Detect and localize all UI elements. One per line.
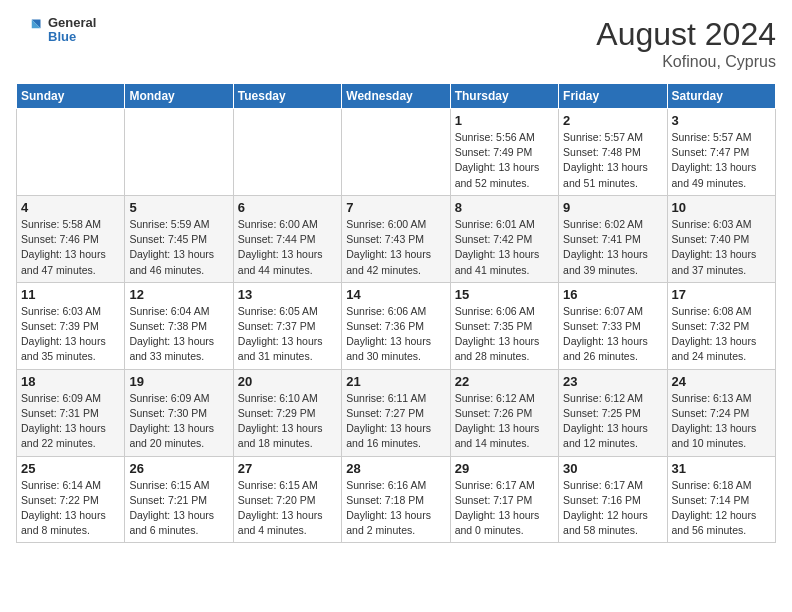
calendar-cell [17,109,125,196]
calendar-cell: 20Sunrise: 6:10 AMSunset: 7:29 PMDayligh… [233,369,341,456]
calendar-cell: 5Sunrise: 5:59 AMSunset: 7:45 PMDaylight… [125,195,233,282]
day-number: 16 [563,287,662,302]
day-info: Sunrise: 6:00 AMSunset: 7:43 PMDaylight:… [346,217,445,278]
calendar-cell: 6Sunrise: 6:00 AMSunset: 7:44 PMDaylight… [233,195,341,282]
calendar-cell: 12Sunrise: 6:04 AMSunset: 7:38 PMDayligh… [125,282,233,369]
day-number: 19 [129,374,228,389]
calendar-table: SundayMondayTuesdayWednesdayThursdayFrid… [16,83,776,543]
day-number: 20 [238,374,337,389]
day-info: Sunrise: 6:09 AMSunset: 7:30 PMDaylight:… [129,391,228,452]
day-number: 1 [455,113,554,128]
calendar-cell: 24Sunrise: 6:13 AMSunset: 7:24 PMDayligh… [667,369,775,456]
day-number: 25 [21,461,120,476]
calendar-cell: 4Sunrise: 5:58 AMSunset: 7:46 PMDaylight… [17,195,125,282]
day-number: 4 [21,200,120,215]
day-info: Sunrise: 6:11 AMSunset: 7:27 PMDaylight:… [346,391,445,452]
day-number: 7 [346,200,445,215]
day-info: Sunrise: 6:14 AMSunset: 7:22 PMDaylight:… [21,478,120,539]
day-number: 17 [672,287,771,302]
day-info: Sunrise: 6:02 AMSunset: 7:41 PMDaylight:… [563,217,662,278]
day-info: Sunrise: 5:58 AMSunset: 7:46 PMDaylight:… [21,217,120,278]
day-number: 18 [21,374,120,389]
title-block: August 2024 Kofinou, Cyprus [596,16,776,71]
day-info: Sunrise: 6:09 AMSunset: 7:31 PMDaylight:… [21,391,120,452]
calendar-week-3: 11Sunrise: 6:03 AMSunset: 7:39 PMDayligh… [17,282,776,369]
calendar-cell: 30Sunrise: 6:17 AMSunset: 7:16 PMDayligh… [559,456,667,543]
day-info: Sunrise: 6:00 AMSunset: 7:44 PMDaylight:… [238,217,337,278]
day-number: 8 [455,200,554,215]
logo-text: General Blue [48,16,96,45]
day-number: 23 [563,374,662,389]
day-number: 3 [672,113,771,128]
logo-general: General [48,16,96,30]
calendar-cell [342,109,450,196]
calendar-cell: 1Sunrise: 5:56 AMSunset: 7:49 PMDaylight… [450,109,558,196]
calendar-cell: 17Sunrise: 6:08 AMSunset: 7:32 PMDayligh… [667,282,775,369]
calendar-cell: 7Sunrise: 6:00 AMSunset: 7:43 PMDaylight… [342,195,450,282]
day-info: Sunrise: 6:17 AMSunset: 7:16 PMDaylight:… [563,478,662,539]
day-number: 12 [129,287,228,302]
day-info: Sunrise: 6:12 AMSunset: 7:25 PMDaylight:… [563,391,662,452]
day-info: Sunrise: 6:04 AMSunset: 7:38 PMDaylight:… [129,304,228,365]
main-title: August 2024 [596,16,776,53]
calendar-cell: 27Sunrise: 6:15 AMSunset: 7:20 PMDayligh… [233,456,341,543]
header-day-monday: Monday [125,84,233,109]
logo-icon [16,16,44,44]
header-day-friday: Friday [559,84,667,109]
calendar-cell [125,109,233,196]
day-info: Sunrise: 6:05 AMSunset: 7:37 PMDaylight:… [238,304,337,365]
day-info: Sunrise: 5:57 AMSunset: 7:48 PMDaylight:… [563,130,662,191]
day-info: Sunrise: 6:16 AMSunset: 7:18 PMDaylight:… [346,478,445,539]
calendar-header-row: SundayMondayTuesdayWednesdayThursdayFrid… [17,84,776,109]
logo-blue: Blue [48,30,96,44]
day-number: 28 [346,461,445,476]
day-number: 30 [563,461,662,476]
day-info: Sunrise: 5:57 AMSunset: 7:47 PMDaylight:… [672,130,771,191]
calendar-cell: 28Sunrise: 6:16 AMSunset: 7:18 PMDayligh… [342,456,450,543]
page-header: General Blue August 2024 Kofinou, Cyprus [16,16,776,71]
day-number: 15 [455,287,554,302]
day-number: 6 [238,200,337,215]
day-info: Sunrise: 6:13 AMSunset: 7:24 PMDaylight:… [672,391,771,452]
calendar-cell: 10Sunrise: 6:03 AMSunset: 7:40 PMDayligh… [667,195,775,282]
calendar-cell: 31Sunrise: 6:18 AMSunset: 7:14 PMDayligh… [667,456,775,543]
day-info: Sunrise: 6:06 AMSunset: 7:36 PMDaylight:… [346,304,445,365]
day-info: Sunrise: 5:59 AMSunset: 7:45 PMDaylight:… [129,217,228,278]
header-day-wednesday: Wednesday [342,84,450,109]
header-day-tuesday: Tuesday [233,84,341,109]
calendar-cell: 25Sunrise: 6:14 AMSunset: 7:22 PMDayligh… [17,456,125,543]
header-day-thursday: Thursday [450,84,558,109]
day-info: Sunrise: 6:15 AMSunset: 7:21 PMDaylight:… [129,478,228,539]
day-number: 10 [672,200,771,215]
calendar-cell: 29Sunrise: 6:17 AMSunset: 7:17 PMDayligh… [450,456,558,543]
day-number: 29 [455,461,554,476]
calendar-cell: 26Sunrise: 6:15 AMSunset: 7:21 PMDayligh… [125,456,233,543]
day-number: 31 [672,461,771,476]
header-day-saturday: Saturday [667,84,775,109]
subtitle: Kofinou, Cyprus [596,53,776,71]
calendar-cell: 18Sunrise: 6:09 AMSunset: 7:31 PMDayligh… [17,369,125,456]
calendar-cell: 19Sunrise: 6:09 AMSunset: 7:30 PMDayligh… [125,369,233,456]
calendar-cell: 3Sunrise: 5:57 AMSunset: 7:47 PMDaylight… [667,109,775,196]
calendar-cell: 23Sunrise: 6:12 AMSunset: 7:25 PMDayligh… [559,369,667,456]
day-info: Sunrise: 6:17 AMSunset: 7:17 PMDaylight:… [455,478,554,539]
calendar-cell: 21Sunrise: 6:11 AMSunset: 7:27 PMDayligh… [342,369,450,456]
day-info: Sunrise: 6:12 AMSunset: 7:26 PMDaylight:… [455,391,554,452]
day-number: 5 [129,200,228,215]
calendar-week-5: 25Sunrise: 6:14 AMSunset: 7:22 PMDayligh… [17,456,776,543]
day-info: Sunrise: 6:08 AMSunset: 7:32 PMDaylight:… [672,304,771,365]
day-number: 24 [672,374,771,389]
day-number: 27 [238,461,337,476]
calendar-cell: 9Sunrise: 6:02 AMSunset: 7:41 PMDaylight… [559,195,667,282]
day-info: Sunrise: 6:18 AMSunset: 7:14 PMDaylight:… [672,478,771,539]
calendar-week-2: 4Sunrise: 5:58 AMSunset: 7:46 PMDaylight… [17,195,776,282]
logo: General Blue [16,16,96,45]
day-number: 21 [346,374,445,389]
day-number: 14 [346,287,445,302]
day-info: Sunrise: 5:56 AMSunset: 7:49 PMDaylight:… [455,130,554,191]
calendar-cell: 13Sunrise: 6:05 AMSunset: 7:37 PMDayligh… [233,282,341,369]
day-number: 9 [563,200,662,215]
day-number: 22 [455,374,554,389]
calendar-week-4: 18Sunrise: 6:09 AMSunset: 7:31 PMDayligh… [17,369,776,456]
calendar-cell [233,109,341,196]
